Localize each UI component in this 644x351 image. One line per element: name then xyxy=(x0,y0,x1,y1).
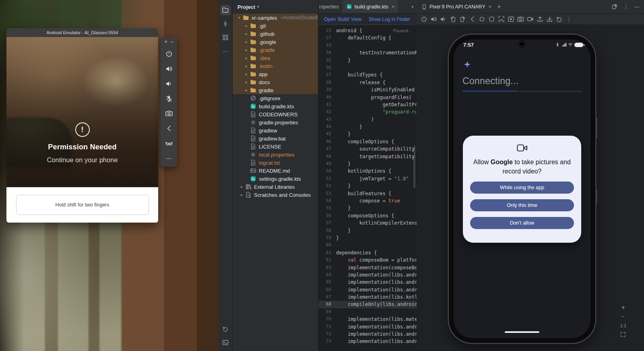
tree-item--gitignore[interactable]: .gitignore xyxy=(233,94,318,102)
code-line[interactable]: } xyxy=(336,57,417,64)
code-line[interactable]: compose = true xyxy=(336,197,417,204)
screen-record-button[interactable] xyxy=(508,16,514,23)
tree-item-local-properties[interactable]: local.properties xyxy=(233,151,318,159)
code-line[interactable]: getDefaultPr xyxy=(336,101,417,108)
code-line[interactable]: implementation(libs.andr xyxy=(336,279,417,286)
code-line[interactable]: compileOptions { xyxy=(336,138,417,145)
home-button[interactable] xyxy=(479,16,485,23)
terminal-button[interactable] xyxy=(220,337,231,348)
tab-list-dropdown-icon[interactable]: ▾ xyxy=(411,0,413,14)
fit-to-screen-icon[interactable] xyxy=(620,332,626,337)
restore-button[interactable] xyxy=(556,16,563,23)
glasses-button[interactable] xyxy=(165,140,173,147)
code-line[interactable]: implementation(libs.kotl xyxy=(336,293,417,301)
rotate-left-button[interactable] xyxy=(450,16,456,23)
permission-button[interactable]: Don't allow xyxy=(470,217,574,229)
chevron-down-icon[interactable]: ▾ xyxy=(237,16,242,20)
tree-item-external-libraries[interactable]: ▸External Libraries xyxy=(233,183,318,191)
banner-link[interactable]: Show Log in Finder xyxy=(369,17,410,22)
code-line[interactable]: } xyxy=(336,123,417,130)
back-button[interactable] xyxy=(469,16,476,23)
project-button[interactable] xyxy=(220,5,231,15)
volume-up-button[interactable] xyxy=(165,65,173,72)
zoom-level[interactable]: 1:1 xyxy=(620,323,626,328)
code-line[interactable]: } xyxy=(336,204,417,212)
code-line[interactable]: composeOptions { xyxy=(336,212,417,219)
code-line[interactable]: kotlinCompilerExtens xyxy=(336,219,417,227)
close-icon[interactable]: × xyxy=(489,4,492,10)
navigation-handle[interactable] xyxy=(505,331,539,333)
code-line[interactable] xyxy=(336,308,417,316)
code-line[interactable] xyxy=(336,242,417,249)
more-v-button[interactable]: ⋮ xyxy=(566,16,572,23)
tree-item-root[interactable]: ▾ xr-samples ~/AndroidStudioProj xyxy=(233,14,318,22)
tree-item-gradle[interactable]: ▸gradle xyxy=(233,86,318,94)
tree-item-license[interactable]: LICENSE xyxy=(233,142,318,151)
code-line[interactable]: } xyxy=(336,227,417,234)
code-line[interactable]: buildTypes { xyxy=(336,71,417,78)
tree-item-app[interactable]: ▸app xyxy=(233,70,318,78)
close-icon[interactable]: × xyxy=(392,4,395,10)
volume-down-button[interactable] xyxy=(440,16,447,23)
code-line[interactable]: testInstrumentationR xyxy=(336,49,417,56)
minimize-button[interactable]: – xyxy=(171,39,173,45)
volume-up-button[interactable] xyxy=(430,16,437,23)
code-line[interactable]: ) xyxy=(336,116,417,123)
add-device-tab-button[interactable]: + xyxy=(497,3,501,10)
camera-button[interactable] xyxy=(517,16,524,23)
tab-device-pixel9[interactable]: Pixel 9 Pro API CANARY × xyxy=(421,4,491,10)
zoom-in-button[interactable]: + xyxy=(621,305,625,310)
code-line[interactable]: } xyxy=(336,160,417,167)
banner-link[interactable]: Open 'Build' View xyxy=(324,17,361,22)
tree-item-codeowners[interactable]: CODEOWNERS xyxy=(233,110,318,118)
emulator-display[interactable]: ! Permission Needed Continue on your pho… xyxy=(6,37,158,187)
code-line[interactable]: release { xyxy=(336,79,417,86)
tree-item-gradle-properties[interactable]: gradle.properties xyxy=(233,118,318,126)
more-h-button[interactable]: ⋯ xyxy=(220,46,231,56)
code-line[interactable]: implementation(libs.andr xyxy=(336,330,417,338)
hide-panel-button[interactable]: — xyxy=(634,4,639,10)
code-line[interactable]: isMinifyEnabled xyxy=(336,86,417,93)
tree-item-logcat-txt[interactable]: logcat.txt xyxy=(233,159,318,167)
code-line[interactable]: implementation(libs.andr xyxy=(336,271,417,279)
commit-button[interactable] xyxy=(220,19,231,29)
rotate-right-button[interactable] xyxy=(459,16,466,23)
code-line[interactable]: implementation(libs.mate xyxy=(336,316,417,323)
volume-down-button[interactable] xyxy=(165,80,173,87)
structure-button[interactable] xyxy=(220,32,231,43)
tree-item--idea[interactable]: ▸.idea xyxy=(233,54,318,62)
close-button[interactable]: × xyxy=(165,39,167,45)
back-button[interactable] xyxy=(165,125,173,132)
code-line[interactable]: kotlinOptions { xyxy=(336,167,417,175)
overview-button[interactable] xyxy=(488,16,495,23)
code-line[interactable]: dependencies { xyxy=(336,249,417,256)
code-line[interactable]: } xyxy=(336,130,417,138)
tree-item--git[interactable]: ▸.git xyxy=(233,22,318,30)
code-line[interactable]: buildFeatures { xyxy=(336,190,417,197)
tree-item--google[interactable]: ▸.google xyxy=(233,38,318,46)
tree-item-gradlew-bat[interactable]: gradlew.bat xyxy=(233,134,318,142)
sync-button[interactable] xyxy=(220,324,231,334)
tab-gradle-properties[interactable]: roperties xyxy=(318,0,343,13)
code-line[interactable]: targetCompatibility xyxy=(336,153,417,160)
code-line[interactable]: sourceCompatibility xyxy=(336,145,417,153)
more-h-button[interactable]: ⋯ xyxy=(165,155,173,162)
code-line[interactable]: jvmTarget = "1.8" xyxy=(336,175,417,182)
tree-item-docs[interactable]: ▸docs xyxy=(233,78,318,86)
tree-item-readme-md[interactable]: README.md xyxy=(233,167,318,175)
open-in-window-icon[interactable] xyxy=(611,4,617,10)
phone-screen[interactable]: 7:57 Connecting... Allow Google xyxy=(454,39,590,338)
code-line[interactable]: } xyxy=(336,182,417,190)
tab-build-gradle[interactable]: build.gradle.kts × xyxy=(343,0,398,13)
code-line[interactable]: compileOnly(libs.android xyxy=(336,301,417,308)
tree-item--kotlin[interactable]: ▸.kotlin xyxy=(233,62,318,70)
code-line[interactable]: android { xyxy=(336,27,417,34)
code-line[interactable]: proguardFiles( xyxy=(336,94,417,101)
upload-button[interactable] xyxy=(537,16,543,23)
tree-item--github[interactable]: ▸.github xyxy=(233,30,318,38)
tree-item--gradle[interactable]: ▸.gradle xyxy=(233,46,318,54)
power-button[interactable] xyxy=(165,50,173,58)
permission-button[interactable]: Only this time xyxy=(470,199,574,211)
mic-off-button[interactable] xyxy=(165,95,173,102)
video-button[interactable] xyxy=(527,16,534,23)
